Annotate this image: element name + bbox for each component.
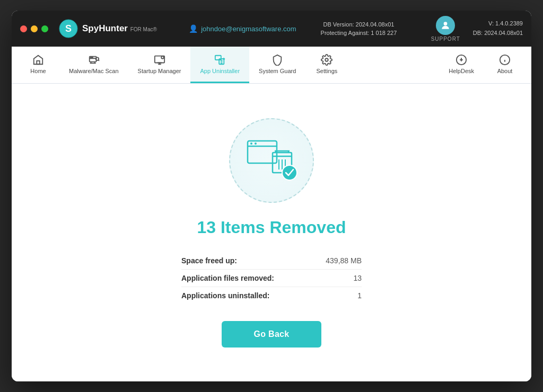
maximize-button[interactable] bbox=[41, 25, 48, 32]
svg-rect-13 bbox=[154, 56, 164, 63]
stat-row-files: Application files removed: 13 bbox=[181, 270, 362, 287]
stat-label-files: Application files removed: bbox=[181, 274, 274, 282]
titlebar: S SpyHunter FOR Mac® 👤 johndoe@enigmasof… bbox=[12, 11, 531, 47]
stat-value-apps: 1 bbox=[357, 291, 362, 300]
stat-value-files: 13 bbox=[353, 274, 362, 282]
nav-item-system-guard[interactable]: System Guard bbox=[249, 47, 305, 83]
brand-name: SpyHunter FOR Mac® bbox=[82, 24, 157, 34]
svg-point-38 bbox=[250, 142, 252, 145]
user-icon: 👤 bbox=[189, 24, 198, 33]
helpdesk-icon bbox=[456, 54, 467, 66]
nav-label-helpdesk: HelpDesk bbox=[449, 68, 474, 74]
navbar: Home Malware/Mac Scan bbox=[12, 47, 531, 84]
uninstall-complete-icon bbox=[245, 137, 298, 184]
nav-right: HelpDesk About bbox=[439, 47, 526, 83]
svg-point-27 bbox=[326, 58, 329, 61]
gear-icon bbox=[321, 54, 332, 66]
protecting-count: Protecting Against: 1 018 227 bbox=[321, 29, 397, 38]
svg-point-7 bbox=[92, 57, 92, 58]
stats-table: Space freed up: 439,88 MB Application fi… bbox=[181, 252, 362, 304]
nav-label-home: Home bbox=[30, 68, 46, 74]
nav-item-startup-manager[interactable]: Startup Manager bbox=[128, 47, 191, 83]
svg-point-11 bbox=[95, 57, 99, 60]
nav-label-system-guard: System Guard bbox=[259, 68, 296, 74]
stat-label-space: Space freed up: bbox=[181, 256, 237, 265]
support-button[interactable]: SUPPORT bbox=[431, 16, 460, 42]
db-version: DB Version: 2024.04.08x01 bbox=[321, 20, 397, 29]
nav-label-settings: Settings bbox=[317, 68, 338, 74]
nav-label-malware-scan: Malware/Mac Scan bbox=[69, 68, 119, 74]
nav-label-app-uninstaller: App Uninstaller bbox=[200, 68, 240, 74]
main-content: 13 Items Removed Space freed up: 439,88 … bbox=[12, 84, 531, 381]
scan-icon bbox=[88, 54, 100, 66]
close-button[interactable] bbox=[20, 25, 27, 32]
titlebar-center: 👤 johndoe@enigmasoftware.com DB Version:… bbox=[168, 20, 418, 38]
go-back-button[interactable]: Go Back bbox=[222, 321, 321, 348]
uninstall-icon bbox=[214, 54, 226, 66]
stat-row-apps: Applications uninstalled: 1 bbox=[181, 287, 362, 304]
svg-point-6 bbox=[91, 57, 91, 58]
version-number: V: 1.4.0.2389 bbox=[473, 19, 523, 29]
svg-rect-3 bbox=[37, 61, 40, 64]
svg-line-19 bbox=[163, 57, 164, 57]
db-version-short: DB: 2024.04.08x01 bbox=[473, 29, 523, 38]
version-info: V: 1.4.0.2389 DB: 2024.04.08x01 bbox=[473, 19, 523, 38]
svg-point-39 bbox=[255, 142, 257, 145]
result-icon-circle bbox=[229, 118, 314, 203]
result-title: 13 Items Removed bbox=[197, 218, 346, 237]
nav-item-helpdesk[interactable]: HelpDesk bbox=[439, 47, 484, 83]
svg-text:S: S bbox=[65, 23, 72, 34]
startup-icon bbox=[154, 54, 165, 66]
shield-icon bbox=[272, 54, 283, 66]
db-info: DB Version: 2024.04.08x01 Protecting Aga… bbox=[321, 20, 397, 38]
person-icon bbox=[440, 20, 451, 31]
support-label: SUPPORT bbox=[431, 36, 460, 42]
stat-label-apps: Applications uninstalled: bbox=[181, 291, 269, 300]
user-email: johndoe@enigmasoftware.com bbox=[201, 25, 296, 33]
support-icon bbox=[436, 16, 455, 35]
svg-point-48 bbox=[282, 165, 297, 180]
minimize-button[interactable] bbox=[31, 25, 38, 32]
traffic-lights bbox=[20, 25, 48, 32]
home-icon bbox=[32, 54, 44, 66]
app-window: S SpyHunter FOR Mac® 👤 johndoe@enigmasof… bbox=[12, 11, 531, 381]
svg-point-2 bbox=[444, 22, 448, 25]
info-icon bbox=[499, 54, 511, 66]
svg-line-12 bbox=[98, 60, 99, 60]
nav-item-home[interactable]: Home bbox=[17, 47, 59, 83]
stat-value-space: 439,88 MB bbox=[326, 256, 362, 265]
nav-item-malware-scan[interactable]: Malware/Mac Scan bbox=[59, 47, 128, 83]
spyhunter-logo-icon: S bbox=[59, 19, 78, 38]
stat-row-space: Space freed up: 439,88 MB bbox=[181, 252, 362, 270]
nav-item-about[interactable]: About bbox=[484, 47, 526, 83]
brand-logo-area: S SpyHunter FOR Mac® bbox=[59, 19, 157, 38]
nav-item-app-uninstaller[interactable]: App Uninstaller bbox=[190, 47, 249, 83]
nav-label-startup-manager: Startup Manager bbox=[138, 68, 181, 74]
nav-item-settings[interactable]: Settings bbox=[305, 47, 348, 83]
nav-label-about: About bbox=[497, 68, 513, 74]
